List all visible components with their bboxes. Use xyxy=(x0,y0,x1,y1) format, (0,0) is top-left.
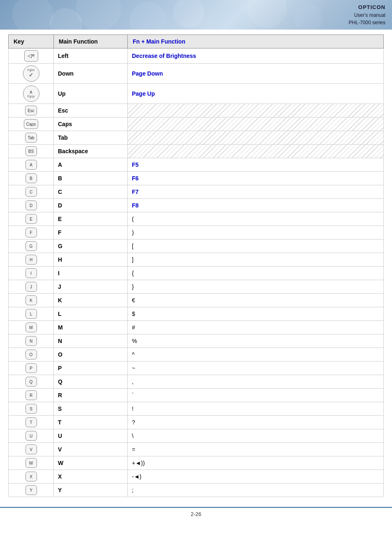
key-badge: BS xyxy=(25,146,37,156)
key-cell: J xyxy=(9,280,54,294)
key-cell: H xyxy=(9,253,54,267)
main-function-cell: R xyxy=(54,389,128,402)
key-badge: K xyxy=(25,295,37,305)
key-cell: Caps xyxy=(9,117,54,131)
key-cell: ◁✲ xyxy=(9,48,54,64)
main-function-cell: N xyxy=(54,334,128,348)
key-badge: U xyxy=(25,431,37,441)
key-badge: P xyxy=(25,363,37,373)
key-badge: J xyxy=(25,282,37,292)
table-row: HH] xyxy=(9,253,384,267)
fn-main-function-cell: ! xyxy=(128,402,384,416)
main-function-cell: L xyxy=(54,307,128,321)
table-row: ◁✲LeftDecrease of Brightness xyxy=(9,48,384,64)
table-row: JJ} xyxy=(9,280,384,294)
col-key: Key xyxy=(9,35,54,48)
svg-point-1 xyxy=(49,8,82,30)
main-function-cell: B xyxy=(54,172,128,185)
fn-main-function-cell: F6 xyxy=(128,172,384,185)
footer: 2-26 xyxy=(0,507,392,520)
fn-main-function-cell: ^ xyxy=(128,348,384,362)
key-cell: E xyxy=(9,212,54,226)
fn-main-function-cell: Page Down xyxy=(128,64,384,84)
main-function-cell: G xyxy=(54,240,128,253)
key-badge: X xyxy=(25,472,37,481)
table-row: DDF8 xyxy=(9,199,384,212)
svg-point-3 xyxy=(129,2,166,30)
fn-main-function-cell: ? xyxy=(128,416,384,429)
table-row: WW+◄)) xyxy=(9,456,384,470)
key-badge: H xyxy=(25,255,37,265)
key-badge: W xyxy=(25,458,37,468)
key-cell: R xyxy=(9,389,54,402)
key-cell: O xyxy=(9,348,54,362)
key-cell: X xyxy=(9,470,54,484)
key-cell: T xyxy=(9,416,54,429)
table-row: XX-◄) xyxy=(9,470,384,484)
col-fn-main-function: Fn + Main Function xyxy=(128,35,384,48)
key-badge: ◁✲ xyxy=(24,50,38,62)
key-badge: R xyxy=(25,390,37,400)
fn-main-function-cell: F5 xyxy=(128,158,384,172)
key-cell: I xyxy=(9,267,54,280)
fn-main-function-cell: +◄)) xyxy=(128,456,384,470)
key-badge: O xyxy=(25,350,37,359)
main-function-cell: Q xyxy=(54,375,128,389)
key-cell: C xyxy=(9,185,54,199)
page-number: 2-26 xyxy=(191,511,201,517)
key-cell: D xyxy=(9,199,54,212)
fn-value: +◄)) xyxy=(132,460,145,466)
table-row: GG[ xyxy=(9,240,384,253)
key-badge: T xyxy=(25,417,37,427)
fn-main-function-cell: \ xyxy=(128,429,384,443)
main-function-cell: C xyxy=(54,185,128,199)
key-cell: B xyxy=(9,172,54,185)
key-cell: U xyxy=(9,429,54,443)
main-function-cell: Caps xyxy=(54,117,128,131)
table-row: PP~ xyxy=(9,362,384,375)
key-badge: Tab xyxy=(25,133,37,143)
key-badge: N xyxy=(25,336,37,346)
key-badge: ∧PgUp xyxy=(23,85,39,102)
fn-main-function-cell: , xyxy=(128,375,384,389)
key-cell: V xyxy=(9,443,54,456)
key-cell: W xyxy=(9,456,54,470)
main-function-cell: M xyxy=(54,321,128,334)
main-function-cell: W xyxy=(54,456,128,470)
main-function-cell: H xyxy=(54,253,128,267)
key-cell: PgDn✓ xyxy=(9,64,54,84)
svg-point-2 xyxy=(76,0,121,30)
table-row: AAF5 xyxy=(9,158,384,172)
fn-main-function-cell xyxy=(128,145,384,158)
fn-main-function-cell: Decrease of Brightness xyxy=(128,48,384,64)
main-content: Key Main Function Fn + Main Function ◁✲L… xyxy=(0,30,392,505)
fn-main-function-cell: Page Up xyxy=(128,84,384,104)
main-function-cell: P xyxy=(54,362,128,375)
table-row: YY; xyxy=(9,484,384,497)
table-row: PgDn✓DownPage Down xyxy=(9,64,384,84)
table-header-row: Key Main Function Fn + Main Function xyxy=(9,35,384,48)
svg-point-7 xyxy=(294,4,323,30)
fn-main-function-cell: ) xyxy=(128,226,384,240)
table-row: UU\ xyxy=(9,429,384,443)
main-function-cell: Esc xyxy=(54,104,128,117)
key-cell: BS xyxy=(9,145,54,158)
key-cell: P xyxy=(9,362,54,375)
key-badge: Esc xyxy=(25,106,37,115)
key-badge: D xyxy=(25,200,37,210)
fn-main-function-cell: ] xyxy=(128,253,384,267)
key-cell: K xyxy=(9,294,54,307)
main-function-cell: Backspace xyxy=(54,145,128,158)
key-cell: N xyxy=(9,334,54,348)
key-badge: I xyxy=(25,268,37,278)
table-row: EscEsc xyxy=(9,104,384,117)
key-badge: M xyxy=(25,322,37,332)
main-function-cell: U xyxy=(54,429,128,443)
main-function-cell: Up xyxy=(54,84,128,104)
fn-main-function-cell: = xyxy=(128,443,384,456)
key-cell: F xyxy=(9,226,54,240)
fn-main-function-cell: $ xyxy=(128,307,384,321)
main-function-cell: J xyxy=(54,280,128,294)
key-cell: Tab xyxy=(9,131,54,145)
key-badge: Caps xyxy=(24,119,38,129)
